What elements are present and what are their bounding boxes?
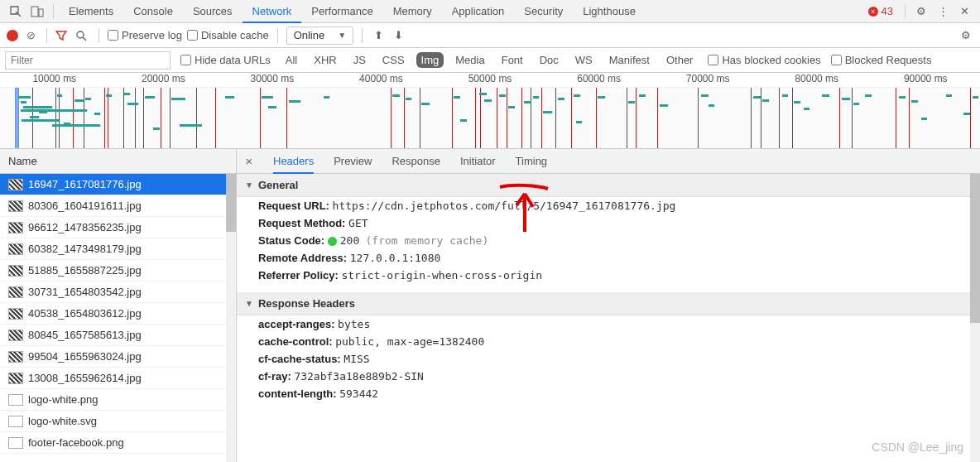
scrollbar[interactable] <box>970 174 980 462</box>
request-row[interactable]: logo-white.svg <box>0 411 236 432</box>
blocked-requests-checkbox[interactable]: Blocked Requests <box>831 54 932 66</box>
main-tab-performance[interactable]: Performance <box>301 0 382 23</box>
details-tab-headers[interactable]: Headers <box>273 149 314 174</box>
overview-load-marker <box>161 88 161 149</box>
request-row[interactable]: 96612_1478356235.jpg <box>0 217 236 238</box>
preserve-log-checkbox[interactable]: Preserve log <box>108 29 182 41</box>
filter-type-other[interactable]: Other <box>661 52 699 68</box>
gear-icon[interactable]: ⚙ <box>913 3 930 20</box>
error-icon: × <box>868 7 878 17</box>
filter-type-ws[interactable]: WS <box>570 52 598 68</box>
request-row[interactable]: 99504_1655963024.jpg <box>0 346 236 368</box>
filter-type-doc[interactable]: Doc <box>535 52 564 68</box>
overview-tick: 10000 ms <box>0 73 109 87</box>
overview-load-marker <box>596 88 597 149</box>
request-row[interactable]: 30731_1654803542.jpg <box>0 282 236 303</box>
main-tab-console[interactable]: Console <box>123 0 183 23</box>
overview-request-bar <box>853 103 859 105</box>
details-tab-initiator[interactable]: Initiator <box>460 149 496 174</box>
request-list-header[interactable]: Name <box>0 149 236 174</box>
search-icon[interactable] <box>75 30 90 41</box>
filter-input[interactable] <box>5 51 171 70</box>
request-row[interactable]: 13008_1655962614.jpg <box>0 368 236 389</box>
divider <box>46 28 47 43</box>
filter-type-media[interactable]: Media <box>450 52 489 68</box>
request-row[interactable]: 16947_1617081776.jpg <box>0 174 236 195</box>
resource-thumbnail-icon <box>8 286 23 298</box>
kv-cf-ray: cf-ray: 732abf3a18e889b2-SIN <box>237 368 980 385</box>
filter-icon[interactable] <box>55 30 70 41</box>
overview-load-marker <box>751 88 752 149</box>
section-general[interactable]: ▼General <box>237 174 980 197</box>
filter-type-img[interactable]: Img <box>416 52 444 68</box>
overview-request-bar <box>94 113 100 115</box>
details-tab-timing[interactable]: Timing <box>516 149 548 174</box>
close-icon[interactable]: × <box>242 154 257 168</box>
upload-har-icon[interactable]: ⬆ <box>371 29 386 41</box>
overview-load-marker <box>143 88 144 149</box>
overview-load-marker <box>657 88 658 149</box>
request-row[interactable]: 80306_1604191611.jpg <box>0 195 236 217</box>
request-row[interactable]: 60382_1473498179.jpg <box>0 238 236 260</box>
request-row[interactable]: logo-white.png <box>0 389 236 411</box>
clear-icon[interactable]: ⊘ <box>23 29 38 41</box>
has-blocked-cookies-checkbox[interactable]: Has blocked cookies <box>708 54 820 66</box>
filter-type-css[interactable]: CSS <box>377 52 410 68</box>
filter-type-font[interactable]: Font <box>497 52 528 68</box>
status-dot-icon <box>328 237 337 246</box>
overview-request-bar <box>153 128 160 130</box>
main-tab-lighthouse[interactable]: Lighthouse <box>573 0 646 23</box>
main-tab-security[interactable]: Security <box>514 0 573 23</box>
overview-load-marker <box>779 88 780 149</box>
gear-icon[interactable]: ⚙ <box>958 29 973 41</box>
details-tab-preview[interactable]: Preview <box>334 149 372 174</box>
request-list-pane: Name 16947_1617081776.jpg80306_160419161… <box>0 149 237 462</box>
overview-request-bar <box>639 94 646 97</box>
resource-thumbnail-icon <box>8 416 23 427</box>
scroll-thumb[interactable] <box>970 174 980 323</box>
details-tab-response[interactable]: Response <box>392 149 440 174</box>
filter-type-all[interactable]: All <box>281 52 302 68</box>
inspect-icon[interactable] <box>7 3 24 20</box>
triangle-down-icon: ▼ <box>245 292 253 315</box>
device-toggle-icon[interactable] <box>29 3 46 20</box>
overview-load-marker <box>32 88 33 149</box>
overview-load-marker <box>404 88 405 149</box>
disable-cache-checkbox[interactable]: Disable cache <box>187 29 269 41</box>
request-row[interactable]: 40538_1654803612.jpg <box>0 303 236 325</box>
request-row[interactable]: footer-facebook.png <box>0 432 236 454</box>
overview-load-marker <box>475 88 476 149</box>
overview-request-bar <box>106 94 112 97</box>
details-body: ▼General Request URL: https://cdn.jetpho… <box>237 174 980 462</box>
overview-request-bar <box>576 121 582 123</box>
scrollbar[interactable] <box>226 174 236 462</box>
overview-load-marker <box>839 88 840 149</box>
kebab-icon[interactable]: ⋮ <box>934 3 951 20</box>
hide-data-urls-checkbox[interactable]: Hide data URLs <box>180 54 271 66</box>
overview-timeline[interactable]: 10000 ms20000 ms30000 ms40000 ms50000 ms… <box>0 73 980 149</box>
section-response-headers[interactable]: ▼Response Headers <box>237 292 980 315</box>
overview-request-bar <box>145 96 155 99</box>
overview-request-bar <box>701 94 709 97</box>
overview-load-marker <box>420 88 420 149</box>
main-tab-network[interactable]: Network <box>243 0 302 23</box>
close-icon[interactable]: ✕ <box>956 3 973 20</box>
kv-request-url: Request URL: https://cdn.jetphotos.com/f… <box>237 197 980 214</box>
main-tab-sources[interactable]: Sources <box>183 0 243 23</box>
error-count[interactable]: ×43 <box>868 5 893 17</box>
main-tab-elements[interactable]: Elements <box>59 0 123 23</box>
main-tab-application[interactable]: Application <box>442 0 515 23</box>
filter-type-manifest[interactable]: Manifest <box>604 52 655 68</box>
request-name: 99504_1655963024.jpg <box>28 350 142 363</box>
request-row[interactable]: 51885_1655887225.jpg <box>0 260 236 282</box>
main-tab-memory[interactable]: Memory <box>383 0 442 23</box>
overview-request-bar <box>124 93 130 95</box>
download-har-icon[interactable]: ⬇ <box>391 29 406 41</box>
scroll-thumb[interactable] <box>226 174 236 232</box>
filter-type-xhr[interactable]: XHR <box>309 52 341 68</box>
request-row[interactable]: 80845_1657585613.jpg <box>0 325 236 346</box>
throttling-select[interactable]: Online▼ <box>286 26 353 45</box>
filter-type-js[interactable]: JS <box>348 52 371 68</box>
record-button[interactable] <box>7 30 18 41</box>
overview-tick: 80000 ms <box>762 73 872 87</box>
